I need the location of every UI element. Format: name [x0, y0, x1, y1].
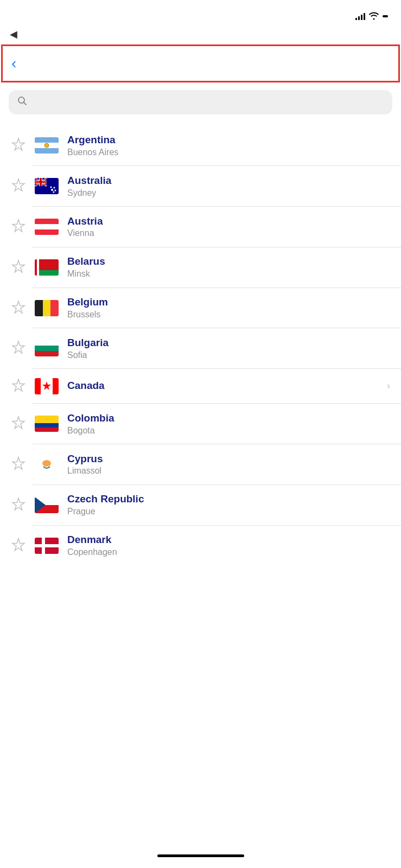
back-arrow-icon: ◀ — [10, 28, 17, 40]
home-indicator — [0, 846, 401, 863]
country-flag — [35, 219, 59, 235]
svg-point-18 — [55, 190, 56, 192]
list-item[interactable]: ArgentinaBuenos Aires — [0, 125, 401, 166]
locations-list: ArgentinaBuenos Aires AustraliaSydney Au… — [0, 120, 401, 571]
location-city: Copenhagen — [67, 547, 390, 557]
svg-rect-36 — [53, 378, 59, 394]
svg-rect-27 — [35, 259, 37, 276]
location-city: Sydney — [67, 188, 390, 198]
location-name: Austria — [67, 215, 390, 228]
favorite-star-icon[interactable] — [11, 259, 26, 276]
list-item[interactable]: BelgiumBrussels — [0, 288, 401, 328]
page-header: ‹ — [1, 44, 400, 82]
list-item[interactable]: DenmarkCopenhagen — [0, 525, 401, 566]
country-flag — [35, 416, 59, 432]
favorite-star-icon[interactable] — [11, 177, 26, 195]
location-name: Czech Republic — [67, 493, 390, 506]
svg-rect-33 — [35, 351, 59, 356]
svg-point-5 — [44, 143, 49, 148]
location-name: Denmark — [67, 534, 390, 546]
location-city: Bogota — [67, 426, 390, 436]
search-icon — [17, 96, 27, 108]
favorite-star-icon[interactable] — [11, 340, 26, 357]
home-bar — [157, 854, 244, 857]
location-text: BelarusMinsk — [67, 256, 390, 279]
svg-rect-28 — [35, 300, 43, 316]
chevron-right-icon: › — [387, 380, 390, 392]
location-text: AustraliaSydney — [67, 175, 390, 198]
location-city: Minsk — [67, 269, 390, 279]
status-icons — [355, 11, 388, 22]
country-flag — [35, 300, 59, 316]
location-name: Australia — [67, 175, 390, 187]
location-text: BelgiumBrussels — [67, 296, 390, 320]
signal-icon — [355, 12, 365, 20]
location-city: Buenos Aires — [67, 148, 390, 157]
favorite-star-icon[interactable] — [11, 137, 26, 154]
svg-rect-21 — [35, 219, 59, 224]
country-flag — [35, 178, 59, 194]
svg-rect-29 — [43, 300, 50, 316]
svg-line-1 — [24, 103, 27, 105]
back-button[interactable]: ‹ — [11, 56, 16, 71]
list-item[interactable]: BulgariaSofia — [0, 328, 401, 369]
svg-rect-40 — [35, 427, 59, 432]
list-item[interactable]: AustriaVienna — [0, 207, 401, 247]
list-item[interactable]: ColombiaBogota — [0, 404, 401, 444]
battery-indicator — [383, 15, 388, 17]
country-flag — [35, 137, 59, 154]
status-bar — [0, 0, 401, 28]
svg-point-16 — [51, 189, 53, 191]
list-item[interactable]: CyprusLimassol — [0, 444, 401, 485]
svg-rect-15 — [35, 181, 47, 183]
country-flag — [35, 259, 59, 276]
favorite-star-icon[interactable] — [11, 456, 26, 473]
favorite-star-icon[interactable] — [11, 537, 26, 554]
country-flag — [35, 456, 59, 473]
favorite-star-icon[interactable] — [11, 218, 26, 235]
svg-rect-31 — [35, 340, 59, 346]
location-city: Brussels — [67, 310, 390, 320]
svg-point-19 — [53, 192, 55, 193]
location-name: Argentina — [67, 134, 390, 146]
svg-point-20 — [50, 187, 52, 188]
svg-rect-4 — [35, 148, 59, 154]
country-flag — [35, 340, 59, 356]
location-city: Prague — [67, 507, 390, 516]
svg-point-17 — [54, 187, 55, 189]
location-city: Limassol — [67, 466, 390, 476]
location-text: Czech RepublicPrague — [67, 493, 390, 516]
favorite-star-icon[interactable] — [11, 299, 26, 317]
svg-rect-38 — [35, 416, 59, 423]
svg-rect-35 — [35, 378, 41, 394]
location-text: BulgariaSofia — [67, 337, 390, 360]
favorite-star-icon[interactable] — [11, 496, 26, 514]
favorite-star-icon[interactable] — [11, 415, 26, 432]
country-flag — [35, 378, 59, 394]
location-name: Canada — [67, 380, 378, 392]
location-text: ArgentinaBuenos Aires — [67, 134, 390, 157]
location-city: Sofia — [67, 350, 390, 360]
location-name: Belgium — [67, 296, 390, 309]
location-name: Cyprus — [67, 453, 390, 465]
location-name: Colombia — [67, 412, 390, 425]
app-store-back[interactable]: ◀ — [0, 28, 401, 44]
svg-rect-32 — [35, 346, 59, 351]
svg-rect-48 — [35, 544, 59, 547]
list-item[interactable]: Czech RepublicPrague — [0, 484, 401, 525]
location-text: ColombiaBogota — [67, 412, 390, 436]
country-flag — [35, 538, 59, 554]
list-item[interactable]: BelarusMinsk — [0, 247, 401, 288]
search-bar[interactable] — [9, 90, 392, 114]
favorite-star-icon[interactable] — [11, 378, 26, 395]
svg-rect-22 — [35, 224, 59, 229]
list-item[interactable]: AustraliaSydney — [0, 166, 401, 207]
location-text: CyprusLimassol — [67, 453, 390, 476]
location-text: DenmarkCopenhagen — [67, 534, 390, 557]
list-item[interactable]: Canada› — [0, 369, 401, 404]
svg-point-42 — [42, 460, 51, 467]
wifi-icon — [368, 11, 379, 22]
location-name: Bulgaria — [67, 337, 390, 349]
search-container — [0, 82, 401, 120]
svg-rect-23 — [35, 229, 59, 235]
